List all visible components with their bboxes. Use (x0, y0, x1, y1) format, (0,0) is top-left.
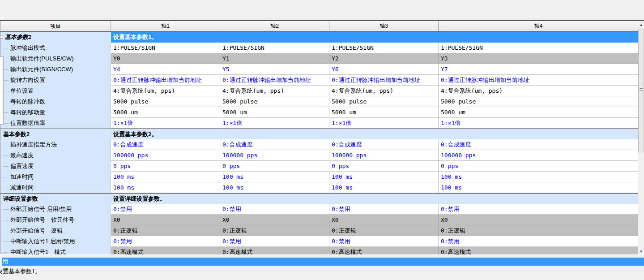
param-item-cell[interactable]: 输出软元件(SIGN/CCW) (0, 64, 111, 75)
scrollbar-thumb[interactable] (638, 30, 644, 152)
param-value-cell[interactable]: 0:合成速度 (439, 139, 638, 150)
param-value-cell[interactable]: 5000 pulse (439, 96, 638, 107)
param-item-cell[interactable]: 详细设置参数 (0, 194, 111, 204)
param-value-cell[interactable]: 0:通过正转脉冲输出增加当前地址 (220, 75, 329, 86)
param-value-cell[interactable]: 100 ms (111, 172, 220, 182)
param-value-cell[interactable]: 100 ms (220, 182, 329, 193)
param-value-cell[interactable]: 0 pps (329, 161, 439, 172)
param-value-cell[interactable]: 4:复合系统(um, pps) (329, 86, 439, 96)
param-value-cell[interactable]: X0 (111, 215, 220, 225)
param-value-cell[interactable]: 1:×1倍 (111, 118, 220, 129)
param-item-cell[interactable]: 减速时间 (0, 182, 111, 193)
param-value-cell[interactable]: 0:合成速度 (220, 139, 329, 150)
param-value-cell[interactable]: X0 (220, 215, 329, 225)
selected-section-desc-cell[interactable]: 设置基本参数1。 (111, 32, 638, 43)
section-desc-cell[interactable]: 设置基本参数2。 (111, 129, 638, 140)
param-value-cell[interactable]: 0:合成速度 (329, 139, 439, 150)
param-item-cell[interactable]: 中断输入信号1 模式 (0, 247, 111, 254)
param-value-cell[interactable]: 1:PULSE/SIGN (439, 43, 638, 53)
param-item-cell[interactable]: 每转的脉冲数 (0, 96, 111, 107)
param-value-cell[interactable]: Y2 (329, 53, 439, 64)
param-value-cell[interactable]: 4:复合系统(um, pps) (439, 86, 638, 96)
param-value-cell[interactable]: 0:禁用 (439, 204, 638, 215)
selected-list-row-bar[interactable]: 用 (2, 258, 644, 266)
param-value-cell[interactable]: 0:禁用 (439, 236, 638, 247)
param-item-cell[interactable]: 外部开始信号 软元件号 (0, 215, 111, 225)
param-value-cell[interactable]: 0 pps (220, 161, 329, 172)
param-item-cell[interactable]: 基本参数2 (0, 129, 111, 140)
param-item-cell[interactable]: 输出软元件(PULSE/CW) (0, 53, 111, 64)
param-value-cell[interactable]: 0:禁用 (111, 236, 220, 247)
param-item-cell[interactable]: 脉冲输出模式 (0, 43, 111, 53)
param-item-cell[interactable]: 基本参数1 (0, 32, 111, 43)
param-item-cell[interactable]: 旋转方向设置 (0, 75, 111, 86)
param-value-cell[interactable]: 4:复合系统(um, pps) (220, 86, 329, 96)
param-item-cell[interactable]: 外部开始信号 启用/禁用 (0, 204, 111, 215)
param-value-cell[interactable]: 1:PULSE/SIGN (220, 43, 329, 53)
param-item-cell[interactable]: 加速时间 (0, 172, 111, 182)
param-value-cell[interactable]: 100 ms (439, 172, 638, 182)
param-value-cell[interactable]: 0:通过正转脉冲输出增加当前地址 (439, 75, 638, 86)
param-value-cell[interactable]: 1:PULSE/SIGN (329, 43, 439, 53)
param-item-cell[interactable]: 中断输入信号1 启用/禁用 (0, 236, 111, 247)
param-value-cell[interactable]: 0:通过正转脉冲输出增加当前地址 (329, 75, 439, 86)
param-item-cell[interactable]: 最高速度 (0, 150, 111, 161)
param-value-cell[interactable]: 1:×1倍 (220, 118, 329, 129)
param-item-cell[interactable]: 插补速度指定方法 (0, 139, 111, 150)
param-item-cell[interactable]: 单位设置 (0, 86, 111, 96)
param-value-cell[interactable]: 0 pps (111, 161, 220, 172)
param-value-cell[interactable]: 1:PULSE/SIGN (111, 43, 220, 53)
param-value-cell[interactable]: 0:禁用 (220, 204, 329, 215)
tree-collapse-icon[interactable] (0, 35, 3, 39)
param-item-cell[interactable]: 偏置速度 (0, 161, 111, 172)
param-value-cell[interactable]: Y3 (439, 53, 638, 64)
param-value-cell[interactable]: 0:通过正转脉冲输出增加当前地址 (111, 75, 220, 86)
param-item-cell[interactable]: 位置数据倍率 (0, 118, 111, 129)
param-value-cell[interactable]: 100 ms (111, 182, 220, 193)
param-value-cell[interactable]: X0 (329, 215, 439, 225)
scroll-up-icon[interactable]: ▲ (638, 21, 644, 29)
param-value-cell[interactable]: X0 (439, 215, 638, 225)
param-value-cell[interactable]: 0:合成速度 (111, 139, 220, 150)
param-value-cell[interactable]: 5000 um (220, 107, 329, 118)
param-value-cell[interactable]: 4:复合系统(um, pps) (111, 86, 220, 96)
param-value-cell[interactable]: 5000 pulse (220, 96, 329, 107)
param-value-cell[interactable]: 100 ms (439, 182, 638, 193)
param-value-cell[interactable]: 0:高速模式 (111, 247, 220, 254)
param-value-cell[interactable]: 0 pps (439, 161, 638, 172)
section-desc-cell[interactable]: 设置详细设置参数。 (111, 194, 638, 204)
param-value-cell[interactable]: 100 ms (329, 182, 439, 193)
param-value-cell[interactable]: 100000 pps (329, 150, 439, 161)
param-value-cell[interactable]: 0:禁用 (329, 204, 439, 215)
param-value-cell[interactable]: 5000 pulse (111, 96, 220, 107)
param-value-cell[interactable]: 0:高速模式 (439, 247, 638, 254)
param-value-cell[interactable]: 100 ms (329, 172, 439, 182)
param-value-cell[interactable]: 5000 um (329, 107, 439, 118)
param-item-cell[interactable]: 外部开始信号 逻辑 (0, 225, 111, 236)
param-value-cell[interactable]: 5000 um (439, 107, 638, 118)
param-value-cell[interactable]: 0:禁用 (220, 236, 329, 247)
param-value-cell[interactable]: 0:正逻辑 (111, 225, 220, 236)
param-value-cell[interactable]: 100000 pps (439, 150, 638, 161)
param-value-cell[interactable]: 0:禁用 (329, 236, 439, 247)
param-value-cell[interactable]: Y1 (220, 53, 329, 64)
param-value-cell[interactable]: 100000 pps (220, 150, 329, 161)
param-value-cell[interactable]: Y6 (329, 64, 439, 75)
param-value-cell[interactable]: Y0 (111, 53, 220, 64)
param-value-cell[interactable]: 5000 pulse (329, 96, 439, 107)
vertical-scrollbar[interactable]: ▲ ▼ (638, 21, 644, 255)
param-value-cell[interactable]: Y7 (439, 64, 638, 75)
param-value-cell[interactable]: Y5 (220, 64, 329, 75)
param-value-cell[interactable]: 100000 pps (111, 150, 220, 161)
param-value-cell[interactable]: 5000 um (111, 107, 220, 118)
param-item-cell[interactable]: 每转的移动量 (0, 107, 111, 118)
param-value-cell[interactable]: 1:×1倍 (329, 118, 439, 129)
param-value-cell[interactable]: 0:高速模式 (220, 247, 329, 254)
param-value-cell[interactable]: Y4 (111, 64, 220, 75)
param-value-cell[interactable]: 0:正逻辑 (220, 225, 329, 236)
param-value-cell[interactable]: 0:正逻辑 (329, 225, 439, 236)
param-value-cell[interactable]: 1:×1倍 (439, 118, 638, 129)
param-value-cell[interactable]: 0:禁用 (111, 204, 220, 215)
param-value-cell[interactable]: 0:高速模式 (329, 247, 439, 254)
param-value-cell[interactable]: 0:正逻辑 (439, 225, 638, 236)
